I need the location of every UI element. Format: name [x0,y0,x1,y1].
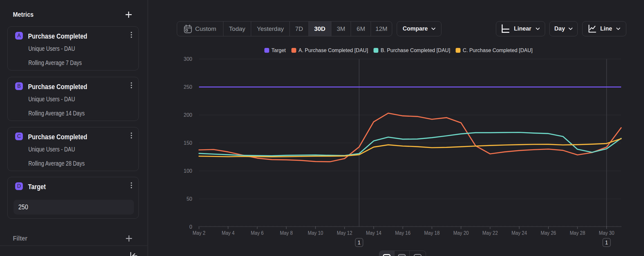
svg-text:250: 250 [184,84,192,90]
svg-text:May 26: May 26 [541,230,556,236]
svg-text:May 12: May 12 [337,230,352,236]
svg-text:50: 50 [186,196,192,202]
svg-text:May 18: May 18 [424,230,440,236]
svg-text:300: 300 [184,56,192,62]
svg-text:May 28: May 28 [570,230,585,236]
svg-text:May 22: May 22 [482,230,498,236]
svg-text:May 30: May 30 [599,230,614,236]
svg-text:May 20: May 20 [453,230,469,236]
svg-text:150: 150 [184,140,192,146]
svg-text:May 24: May 24 [512,230,527,236]
svg-text:1: 1 [358,240,361,245]
svg-text:200: 200 [184,112,192,118]
svg-text:May 10: May 10 [308,230,323,236]
svg-text:100: 100 [184,168,192,174]
svg-text:May 16: May 16 [395,230,411,236]
svg-text:May 6: May 6 [251,230,264,236]
svg-text:May 8: May 8 [280,230,293,236]
svg-text:May 2: May 2 [193,230,205,236]
svg-text:May 14: May 14 [366,230,382,236]
svg-text:0: 0 [189,224,192,230]
svg-text:1: 1 [605,240,608,245]
svg-text:May 4: May 4 [222,230,234,236]
